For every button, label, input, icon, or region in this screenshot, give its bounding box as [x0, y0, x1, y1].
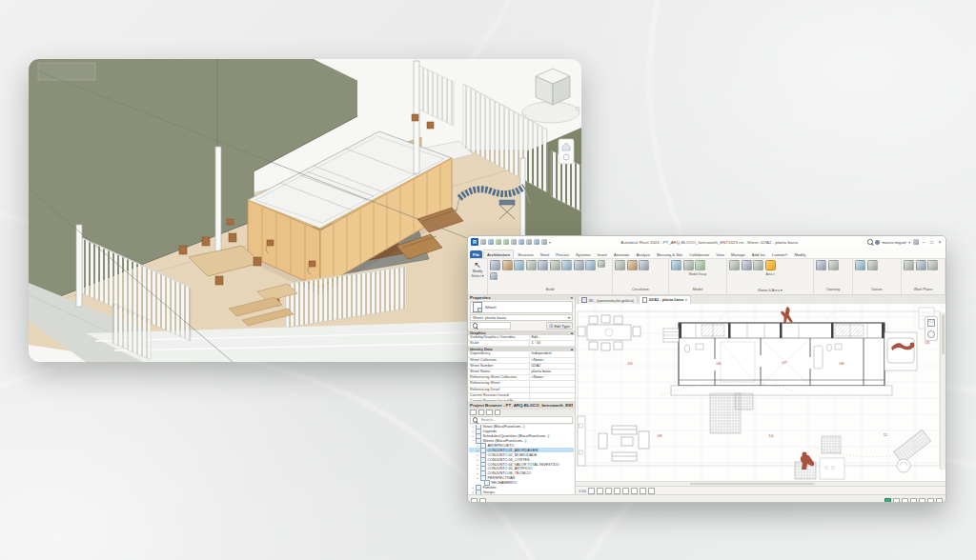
section-icon[interactable]	[541, 239, 547, 245]
tab-manage[interactable]: Manage	[728, 250, 748, 258]
modify-cursor-icon[interactable]: ↖	[474, 260, 481, 270]
undo-icon[interactable]	[496, 239, 501, 245]
set-work-plane-tool-icon[interactable]	[904, 260, 914, 270]
component-tool-icon[interactable]	[526, 260, 537, 270]
curtain-grid-tool-icon[interactable]	[598, 260, 605, 268]
tab-addins[interactable]: Add-Ins	[749, 250, 768, 258]
scrollbar-thumb[interactable]	[942, 314, 946, 354]
window-tool-icon[interactable]	[514, 260, 524, 270]
properties-filter-box[interactable]	[470, 322, 511, 330]
tab-modify[interactable]: Modify	[791, 250, 808, 258]
tab-systems[interactable]: Systems	[573, 250, 594, 258]
reveal-hidden-icon[interactable]	[648, 488, 655, 494]
view-tab-3d[interactable]: 3D - {apresentação gráfica}	[578, 295, 638, 304]
floor-tool-icon[interactable]	[574, 260, 584, 270]
steering-wheel-icon[interactable]	[927, 330, 935, 338]
select-underlay-icon[interactable]	[902, 498, 908, 504]
save-icon[interactable]	[488, 239, 494, 245]
browser-expand-icon[interactable]	[478, 410, 485, 416]
drag-elements-icon[interactable]	[927, 498, 934, 504]
properties-close-icon[interactable]: ×	[570, 295, 573, 300]
model-text-tool-icon[interactable]	[671, 260, 681, 270]
revit-logo-icon[interactable]: R	[471, 238, 478, 246]
design-options-icon[interactable]	[479, 498, 486, 504]
model-group-tool-icon[interactable]	[695, 260, 705, 270]
tag-room-tool-icon[interactable]	[753, 260, 763, 270]
tab-structure[interactable]: Structure	[515, 250, 537, 258]
horizontal-scrollbar[interactable]	[576, 481, 946, 486]
signed-in-user[interactable]: marco.miguel	[883, 240, 906, 245]
browser-search-input[interactable]	[479, 417, 569, 423]
user-avatar-icon[interactable]	[875, 240, 880, 245]
visual-style-icon[interactable]	[597, 488, 603, 494]
open-icon[interactable]	[480, 239, 486, 245]
measure-icon[interactable]	[518, 239, 524, 245]
qat-caret-icon[interactable]: ▾	[549, 240, 551, 245]
maximize-button[interactable]: □	[929, 239, 935, 245]
close-view-tab-icon[interactable]: ×	[685, 297, 687, 302]
tab-view[interactable]: View	[713, 250, 727, 258]
home-icon[interactable]	[927, 319, 935, 327]
model-line-tool-icon[interactable]	[683, 260, 694, 270]
tab-lumion[interactable]: Lumion®	[769, 250, 790, 258]
tab-architecture[interactable]: Architecture	[483, 250, 514, 258]
column-tool-icon[interactable]	[538, 260, 548, 270]
scale-control[interactable]: 1:50	[579, 489, 586, 493]
select-by-face-icon[interactable]	[919, 498, 925, 504]
tab-steel[interactable]: Steel	[538, 250, 552, 258]
crop-view-icon[interactable]	[622, 488, 629, 494]
redo-icon[interactable]	[503, 239, 509, 245]
filter-icon[interactable]	[936, 498, 943, 504]
scrollbar-thumb[interactable]	[690, 483, 814, 486]
mullion-tool-icon[interactable]	[490, 272, 498, 280]
tab-annotate[interactable]: Annotate	[611, 250, 632, 258]
grid-tool-icon[interactable]	[867, 260, 878, 270]
3d-view-icon[interactable]	[534, 239, 539, 245]
navigation-bar-3d[interactable]	[559, 139, 574, 164]
shaft-tool-icon[interactable]	[828, 260, 839, 270]
sync-status-icon[interactable]	[884, 498, 891, 504]
door-tool-icon[interactable]	[502, 260, 513, 270]
print-icon[interactable]	[511, 239, 517, 245]
view-cube[interactable]	[522, 69, 580, 123]
user-caret-icon[interactable]: ▾	[908, 240, 910, 245]
railing-tool-icon[interactable]	[615, 260, 625, 270]
crop-region-icon[interactable]	[631, 488, 638, 494]
ceiling-tool-icon[interactable]	[561, 260, 572, 270]
revit-window[interactable]: R ▾ Autodesk Revit 2024 - PT_ARQ-BLOCO_f…	[467, 235, 946, 503]
browser-settings-icon[interactable]	[495, 410, 501, 416]
ref-plane-tool-icon[interactable]	[927, 260, 938, 270]
show-work-plane-tool-icon[interactable]	[916, 260, 926, 270]
tab-precast[interactable]: Precast	[553, 250, 572, 258]
roof-tool-icon[interactable]	[550, 260, 560, 270]
type-preview[interactable]: Sheet	[470, 301, 573, 313]
stair-tool-icon[interactable]	[639, 260, 649, 270]
browser-filter-icon[interactable]	[470, 410, 477, 416]
temporary-hide-icon[interactable]	[640, 488, 646, 494]
opening-by-face-tool-icon[interactable]	[816, 260, 826, 270]
tag-icon[interactable]	[526, 239, 532, 245]
edit-type-button[interactable]: Edit Type	[546, 322, 573, 330]
sun-path-icon[interactable]	[605, 488, 612, 494]
close-button[interactable]: ×	[937, 239, 943, 245]
curtain-system-tool-icon[interactable]	[585, 260, 596, 270]
navigation-bar[interactable]	[925, 316, 938, 341]
browser-collapse-icon[interactable]	[486, 410, 493, 416]
worksets-icon[interactable]	[471, 498, 478, 504]
ramp-tool-icon[interactable]	[627, 260, 638, 270]
help-icon[interactable]	[913, 239, 919, 245]
tab-analyze[interactable]: Analyze	[633, 250, 653, 258]
vertical-scrollbar[interactable]	[940, 312, 946, 470]
tab-insert[interactable]: Insert	[595, 250, 610, 258]
select-links-icon[interactable]	[893, 498, 900, 504]
view-tab-sheet-active[interactable]: 02/A2 - planta baixa ×	[639, 295, 691, 305]
area-caption[interactable]: Area ▾	[729, 272, 811, 276]
sheet-drawing-area[interactable]: 03 06 07 08 05 09 10 11	[576, 304, 946, 481]
area-tool-icon[interactable]	[765, 260, 776, 270]
room-area-group-label[interactable]: Room & Area ▾	[729, 288, 811, 294]
browser-search-box[interactable]	[470, 416, 573, 424]
tab-collaborate[interactable]: Collaborate	[686, 250, 712, 258]
wall-tool-icon[interactable]	[490, 260, 500, 270]
minimize-button[interactable]: –	[921, 239, 926, 245]
shadows-icon[interactable]	[614, 488, 620, 494]
